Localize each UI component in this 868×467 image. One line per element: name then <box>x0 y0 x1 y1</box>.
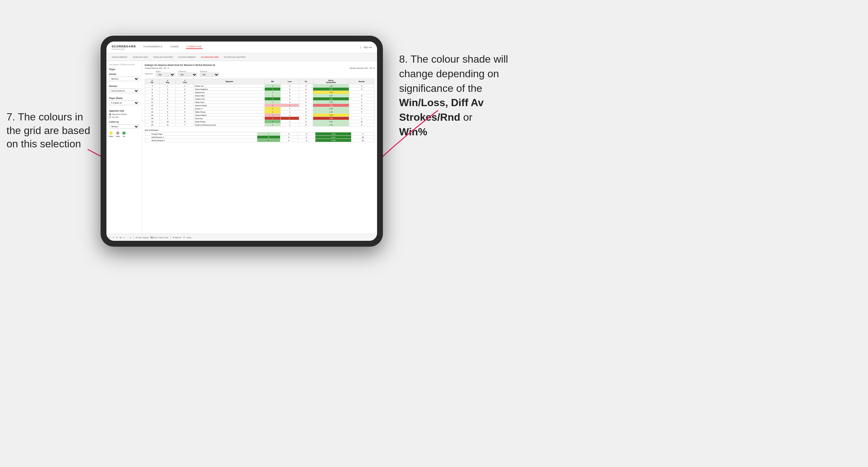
cell-reg: 7 <box>160 107 176 110</box>
main-content: Last Updated: 27/03/2024 16:55:38 Player… <box>106 61 377 234</box>
table-row: 14 7 4 Eunice Yi 2 2 0 0.38 9 <box>145 107 374 110</box>
cell-opponent: Alexis Sudjianto <box>194 88 265 91</box>
toolbar-save-custom[interactable]: 💾 Save Custom View <box>151 237 168 239</box>
region-label: Region <box>156 70 175 72</box>
toolbar-view-original[interactable]: 👁 View: Original <box>135 237 149 239</box>
radio-opponents-played[interactable]: Opponents Played <box>109 113 139 115</box>
ood-tie: 0 <box>298 139 315 142</box>
gender-select[interactable]: Women's <box>109 76 139 81</box>
cell-rounds: 11 <box>349 120 374 123</box>
legend-level-dot <box>116 131 119 135</box>
table-row: 13 1 1 Jessica Huang 0 1 0 -3.00 2 <box>145 104 374 107</box>
cell-rounds: 4 <box>349 97 374 101</box>
cell-opponent: Euna Lee <box>194 117 265 120</box>
cell-loss: 0 <box>281 91 299 94</box>
cell-diff: 0.30 <box>313 120 349 123</box>
toolbar-sep2 <box>170 236 171 240</box>
player-rank-select[interactable]: 8. Katelyn Vo <box>109 101 139 105</box>
opponent-select[interactable]: (All) <box>200 73 219 76</box>
nav-item-teams[interactable]: TEAMS <box>169 45 180 49</box>
toolbar-refresh[interactable]: ⟳ <box>116 237 118 239</box>
cell-rounds: 3 <box>349 101 374 104</box>
cell-reg: 8 <box>160 110 176 114</box>
toolbar-dot[interactable]: · <box>127 237 127 239</box>
ood-diff: 9.267 <box>315 136 351 139</box>
cell-loss: 0 <box>281 94 299 97</box>
cell-opponent: Andrea York <box>194 97 265 101</box>
radio-top100[interactable]: Top 100 <box>109 116 139 118</box>
cell-win: 0 <box>265 117 280 120</box>
cell-loss: 0 <box>281 101 299 104</box>
ood-rounds: 2 <box>351 132 374 136</box>
toolbar-share-icon[interactable]: ⧉ <box>183 236 185 239</box>
cell-conf: 4 <box>176 107 194 110</box>
toolbar-undo[interactable]: ↩ <box>109 237 111 239</box>
overall-record: Overall Record: 353 - 34 - 6 <box>145 67 169 69</box>
table-row: 3 1 1 Esther Lee 1 0 0 1.50 4 <box>145 84 374 88</box>
nav-right: | Sign out <box>360 46 372 49</box>
toolbar-watch[interactable]: 👁 Watch ▾ <box>173 237 181 239</box>
cell-diff: 1.25 <box>313 110 349 114</box>
cell-loss: 0 <box>281 84 299 88</box>
cell-diff: 3.33 <box>313 101 349 104</box>
sub-nav-player-summary[interactable]: PLAYER SUMMARY <box>178 56 196 58</box>
sign-out-link[interactable]: Sign out <box>364 46 372 49</box>
toolbar-circle[interactable]: ⊙ <box>129 237 131 239</box>
col-diff: Diff AvStrokes/Rnd <box>313 79 349 84</box>
ood-tie: 0 <box>298 132 315 136</box>
nav-item-tournaments[interactable]: TOURNAMENTS <box>143 45 163 49</box>
sub-nav-team-summary[interactable]: TEAM SUMMARY <box>112 56 127 58</box>
cell-opponent: Sharon Mun <box>194 94 265 97</box>
legend-up: Up <box>122 131 126 137</box>
cell-win: 1 <box>265 101 280 104</box>
toolbar-share[interactable]: Share <box>187 237 191 239</box>
cell-diff: 1.33 <box>313 123 349 127</box>
cell-rounds <box>349 114 374 117</box>
cell-rounds: 2 <box>349 104 374 107</box>
annotation-right-bold3: Win% <box>399 126 427 137</box>
grid-title: Katelyn Vo Head-to-Head Grid for Women's… <box>145 64 374 66</box>
toolbar-undo2[interactable]: ↪ <box>113 237 114 239</box>
logo-area: SCOREBOARD Powered by clippd <box>112 45 136 50</box>
col-rounds: Rounds <box>349 79 374 84</box>
cell-opponent: Sydney Kuo <box>194 91 265 94</box>
annotation-right: 8. The colour shade will change dependin… <box>399 52 535 139</box>
nav-item-committee[interactable]: COMMITTEE <box>186 45 203 49</box>
col-win: Win <box>265 79 280 84</box>
conference-select[interactable]: (All) <box>178 73 197 76</box>
nav-items: TOURNAMENTS TEAMS COMMITTEE <box>143 45 360 49</box>
cell-opponent: Heeju Hyun <box>194 101 265 104</box>
cell-win: 2 <box>265 107 280 110</box>
ood-diff: 4.500 <box>315 132 351 136</box>
cell-loss: 1 <box>281 120 299 123</box>
legend-down: Down <box>109 131 113 137</box>
sub-nav-team-h2h-heatmap[interactable]: TEAM H2H HEATMAP <box>153 56 173 58</box>
division-select[interactable]: NCAA Division III <box>109 89 139 93</box>
bottom-toolbar: ↩ ↪ ⟳ ⊞ ✂ · ⊙ 👁 View: Original 💾 Save Cu… <box>106 234 377 241</box>
cell-rounds: 3 <box>349 88 374 91</box>
sub-nav-player-h2h-grid[interactable]: PLAYER H2H GRID <box>201 56 219 58</box>
cell-loss: 1 <box>281 123 299 127</box>
col-loss: Loss <box>281 79 299 84</box>
region-select[interactable]: (All) <box>156 73 175 76</box>
sub-nav-team-h2h-grid[interactable]: TEAM H2H GRID <box>133 56 148 58</box>
ood-table-row: NCAA Division 2 5 0 0 7.400 10 <box>145 139 374 142</box>
cell-loss: 2 <box>281 114 299 117</box>
colour-by-select[interactable]: Win/loss <box>109 124 139 129</box>
cell-reg: 1 <box>160 104 176 107</box>
ood-loss: 0 <box>280 139 298 142</box>
toolbar-cut[interactable]: ✂ <box>123 237 125 239</box>
radio-dot-opponents <box>109 113 111 115</box>
cell-conf: 6 <box>176 120 194 123</box>
ood-win: 5 <box>257 139 280 142</box>
cell-loss: 1 <box>281 110 299 114</box>
toolbar-grid[interactable]: ⊞ <box>120 237 121 239</box>
cell-reg: 10 <box>160 120 176 123</box>
cell-rounds: 3 <box>349 94 374 97</box>
ood-win: 15 <box>257 136 280 139</box>
cell-div: 18 <box>145 117 160 120</box>
sub-nav-player-h2h-heatmap[interactable]: PLAYER H2H HEATMAP <box>224 56 246 58</box>
cell-opponent: Emily Chang <box>194 120 265 123</box>
cell-reg: 2 <box>160 88 176 91</box>
ood-loss: 0 <box>280 132 298 136</box>
